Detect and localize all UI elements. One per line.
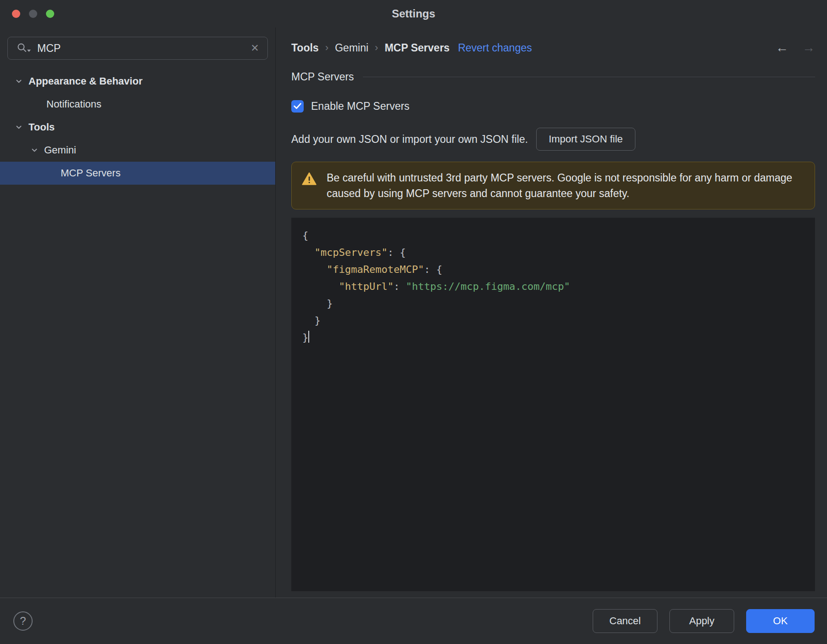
json-editor[interactable]: { "mcpServers": { "figmaRemoteMCP": { "h… [291,218,815,591]
breadcrumb: Tools › Gemini › MCP Servers Revert chan… [291,40,815,56]
settings-sidebar: ✕ Appearance & Behavior Notifications To [0,28,276,598]
sidebar-item-label: Gemini [44,144,76,156]
code-line: "mcpServers": { [302,244,815,261]
search-icon [16,42,32,54]
chevron-down-icon[interactable] [14,122,24,132]
revert-changes-link[interactable]: Revert changes [458,42,532,54]
settings-tree: Appearance & Behavior Notifications Tool… [0,70,275,185]
back-arrow-icon[interactable]: ← [776,40,788,55]
window-controls [12,0,54,28]
settings-search-field[interactable]: ✕ [7,37,268,60]
code-line: } [302,312,815,329]
sidebar-item-gemini[interactable]: Gemini [0,139,275,162]
dialog-body: ✕ Appearance & Behavior Notifications To [0,28,827,598]
ok-button[interactable]: OK [746,609,815,633]
breadcrumb-item-mcp-servers: MCP Servers [385,42,450,54]
title-bar: Settings [0,0,827,28]
add-json-text: Add your own JSON or import your own JSO… [291,133,528,146]
json-editor-code: { "mcpServers": { "figmaRemoteMCP": { "h… [302,227,815,346]
sidebar-item-label: Appearance & Behavior [28,75,142,87]
section-header: MCP Servers [291,69,815,85]
chevron-down-icon[interactable] [29,145,40,155]
close-window-button[interactable] [12,10,20,18]
search-input[interactable] [37,42,245,55]
minimize-window-button [29,10,37,18]
help-button[interactable]: ? [13,611,33,631]
code-line: "httpUrl": "https://mcp.figma.com/mcp" [302,278,815,295]
history-navigation: ← → [776,40,815,55]
window-title: Settings [392,7,436,20]
forward-arrow-icon: → [802,40,815,55]
warning-banner: Be careful with untrusted 3rd party MCP … [291,162,815,209]
cancel-button[interactable]: Cancel [593,609,657,633]
breadcrumb-item-gemini[interactable]: Gemini [335,42,368,54]
section-divider [363,77,815,77]
import-json-file-button[interactable]: Import JSON file [536,128,635,151]
settings-content-pane: Tools › Gemini › MCP Servers Revert chan… [276,28,827,598]
breadcrumb-item-tools[interactable]: Tools [291,42,319,54]
code-line: } [302,295,815,312]
dialog-footer: ? Cancel Apply OK [0,598,827,644]
code-line: "figmaRemoteMCP": { [302,261,815,278]
text-caret [308,331,309,343]
footer-buttons: Cancel Apply OK [593,609,815,633]
sidebar-item-tools[interactable]: Tools [0,116,275,139]
chevron-down-icon[interactable] [14,76,24,86]
breadcrumb-separator-icon: › [325,42,329,54]
sidebar-item-mcp-servers[interactable]: MCP Servers [0,162,275,185]
warning-triangle-icon [292,170,327,185]
zoom-window-button[interactable] [46,10,54,18]
section-title: MCP Servers [291,71,354,83]
sidebar-item-label: Notifications [46,98,102,110]
enable-mcp-servers-checkbox[interactable] [291,100,304,113]
enable-mcp-servers-row[interactable]: Enable MCP Servers [291,98,815,114]
warning-text: Be careful with untrusted 3rd party MCP … [327,170,803,201]
breadcrumb-separator-icon: › [375,42,378,54]
sidebar-item-label: Tools [28,121,55,133]
add-json-row: Add your own JSON or import your own JSO… [291,128,815,151]
apply-button[interactable]: Apply [669,609,734,633]
code-line: { [302,227,815,244]
help-icon: ? [20,615,26,627]
sidebar-item-notifications[interactable]: Notifications [0,93,275,116]
sidebar-item-label: MCP Servers [61,167,120,179]
sidebar-item-appearance-behavior[interactable]: Appearance & Behavior [0,70,275,93]
clear-search-icon[interactable]: ✕ [251,42,259,54]
code-line: } [302,329,815,346]
settings-window: Settings ✕ [0,0,827,644]
enable-mcp-servers-label: Enable MCP Servers [311,100,409,113]
